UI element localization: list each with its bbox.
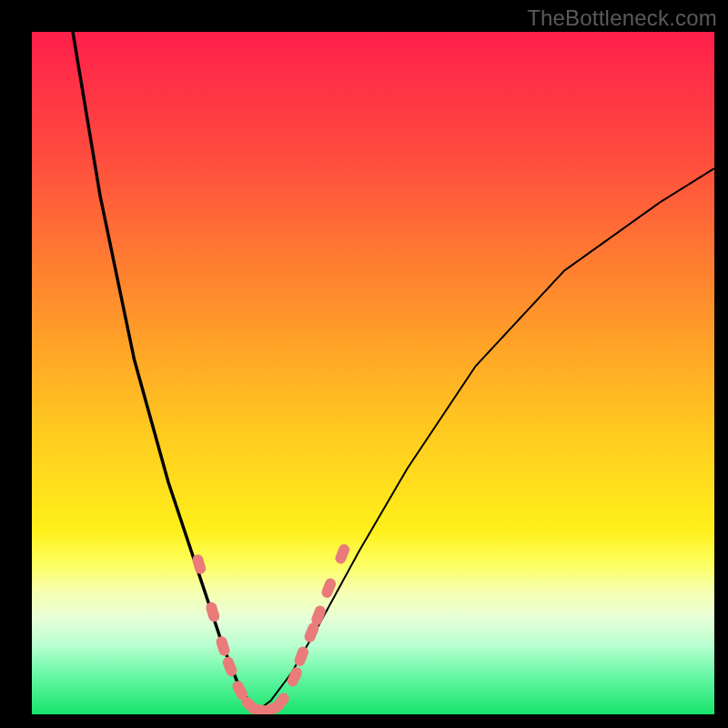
attribution-text: TheBottleneck.com [527, 5, 717, 31]
data-marker [215, 635, 231, 658]
data-marker [205, 601, 221, 622]
marker-layer [191, 542, 351, 714]
data-marker [334, 542, 351, 565]
plot-area [32, 32, 714, 714]
curve-right-arm [258, 168, 715, 711]
chart-stage: TheBottleneck.com [0, 0, 728, 728]
data-marker [293, 645, 310, 668]
curve-left-arm [73, 32, 258, 711]
curve-layer [32, 32, 714, 714]
